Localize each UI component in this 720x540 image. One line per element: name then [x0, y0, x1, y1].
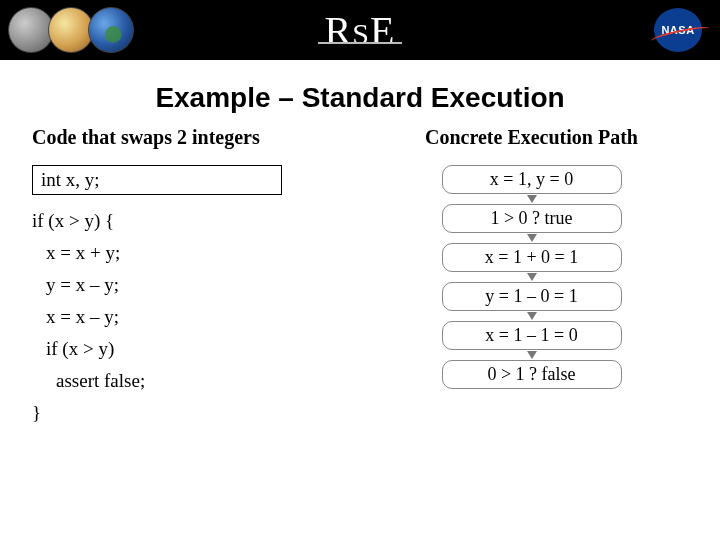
down-arrow-icon: [527, 195, 537, 203]
nasa-logo: NASA: [654, 8, 702, 52]
declaration-box: int x, y;: [32, 165, 282, 195]
exec-step: 0 > 1 ? false: [442, 360, 622, 389]
decl-text: int x, y;: [41, 169, 100, 190]
exec-step: 1 > 0 ? true: [442, 204, 622, 233]
rse-logo: R S E: [325, 7, 396, 54]
down-arrow-icon: [527, 351, 537, 359]
logo-letter-r: R: [325, 7, 353, 54]
logo-letter-s: S: [352, 17, 370, 51]
content-columns: Code that swaps 2 integers int x, y; if …: [0, 126, 720, 429]
down-arrow-icon: [527, 234, 537, 242]
execution-heading: Concrete Execution Path: [375, 126, 688, 149]
exec-step: y = 1 – 0 = 1: [442, 282, 622, 311]
code-line: y = x – y;: [32, 269, 345, 301]
earth-icon: [88, 7, 134, 53]
code-heading: Code that swaps 2 integers: [32, 126, 345, 149]
slide-title: Example – Standard Execution: [0, 82, 720, 114]
logo-underline: [318, 42, 402, 44]
code-line: assert false;: [32, 365, 345, 397]
exec-step: x = 1, y = 0: [442, 165, 622, 194]
code-line: if (x > y): [32, 333, 345, 365]
code-line: if (x > y) {: [32, 205, 345, 237]
exec-step: x = 1 – 1 = 0: [442, 321, 622, 350]
nasa-meatball-icon: NASA: [654, 8, 702, 52]
code-line: x = x – y;: [32, 301, 345, 333]
down-arrow-icon: [527, 312, 537, 320]
code-line: }: [32, 397, 345, 429]
planet-row: [8, 7, 128, 53]
logo-letter-e: E: [370, 7, 395, 54]
code-line: x = x + y;: [32, 237, 345, 269]
execution-steps: x = 1, y = 0 1 > 0 ? true x = 1 + 0 = 1 …: [375, 165, 688, 389]
execution-column: Concrete Execution Path x = 1, y = 0 1 >…: [375, 126, 688, 429]
header-banner: R S E NASA: [0, 0, 720, 60]
down-arrow-icon: [527, 273, 537, 281]
exec-step: x = 1 + 0 = 1: [442, 243, 622, 272]
code-column: Code that swaps 2 integers int x, y; if …: [32, 126, 345, 429]
